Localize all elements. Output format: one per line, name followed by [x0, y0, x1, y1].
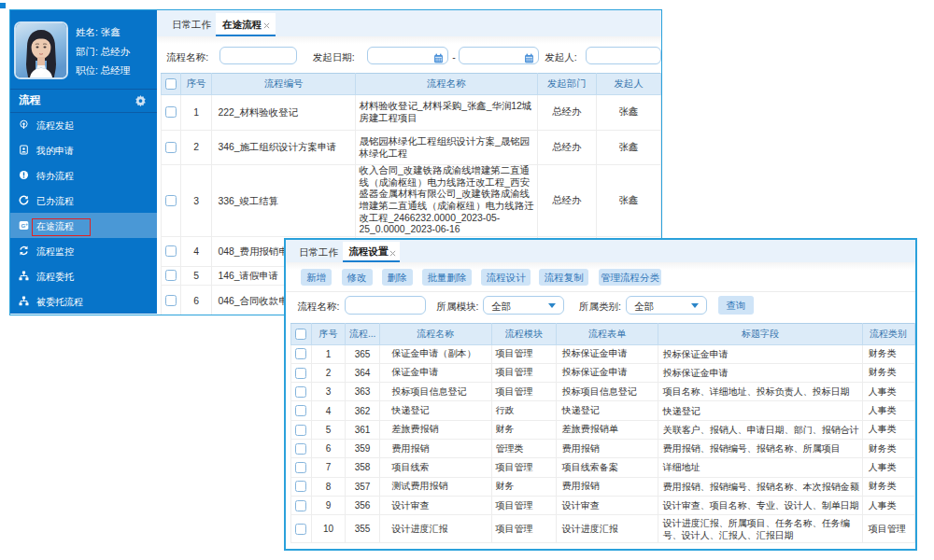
svg-text:+: + — [25, 222, 28, 227]
